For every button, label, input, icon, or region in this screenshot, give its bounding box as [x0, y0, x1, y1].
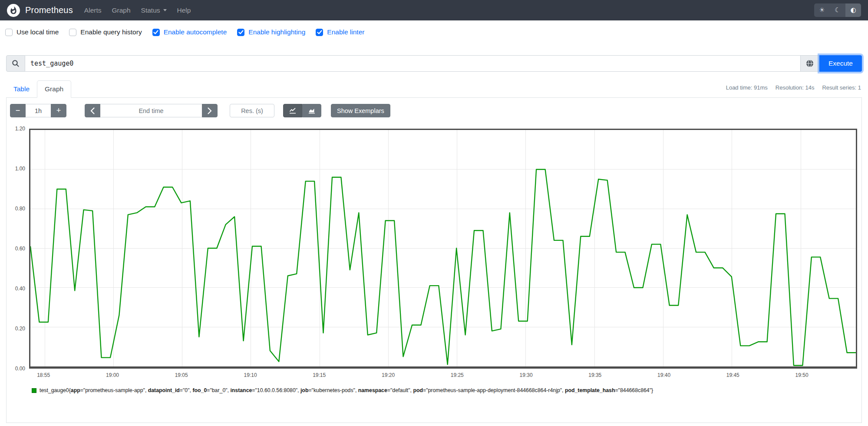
load-time-stat: Load time: 91ms	[726, 84, 768, 91]
nav-link-help[interactable]: Help	[172, 3, 196, 18]
range-increase-button[interactable]: +	[51, 104, 66, 117]
globe-icon	[805, 59, 814, 68]
graph-panel: − + Show Exemplars 0.000.200.400.600.801…	[6, 98, 862, 423]
y-axis-labels: 0.000.200.400.600.801.001.20	[10, 129, 29, 369]
execute-button[interactable]: Execute	[819, 55, 862, 72]
metrics-explorer-button[interactable]	[800, 55, 819, 72]
nav-link-status[interactable]: Status	[136, 3, 172, 18]
chart-line-icon	[289, 107, 296, 114]
checkbox-box	[69, 29, 76, 36]
chart-area-icon	[308, 107, 315, 114]
settings-bar: Use local time Enable query history Enab…	[0, 20, 868, 38]
plot-area[interactable]	[29, 129, 857, 369]
x-axis-labels: 18:5519:0019:0519:1019:1519:2019:2519:30…	[29, 369, 857, 380]
graph-area: 0.000.200.400.600.801.001.20 18:5519:001…	[10, 129, 857, 380]
legend-label: test_gauge0{app="prometheus-sample-app",…	[40, 387, 653, 395]
resolution-input[interactable]	[230, 104, 274, 117]
nav-link-alerts[interactable]: Alerts	[79, 3, 107, 18]
time-back-button[interactable]	[85, 104, 100, 117]
checkbox-box	[5, 29, 13, 36]
range-decrease-button[interactable]: −	[10, 104, 26, 117]
tab-graph[interactable]: Graph	[37, 80, 71, 98]
checkbox-enable-query-history[interactable]: Enable query history	[69, 28, 142, 36]
graph-canvas[interactable]	[30, 130, 856, 366]
graph-type-toggle-group	[283, 104, 321, 117]
checkbox-label: Enable query history	[80, 28, 142, 36]
checkbox-enable-autocomplete[interactable]: Enable autocomplete	[152, 28, 227, 36]
legend-item[interactable]: test_gauge0{app="prometheus-sample-app",…	[32, 387, 861, 395]
checkbox-box	[152, 29, 160, 36]
resolution-stat: Resolution: 14s	[776, 84, 815, 91]
caret-down-icon	[163, 9, 167, 11]
plot-column: 18:5519:0019:0519:1019:1519:2019:2519:30…	[29, 129, 857, 380]
sun-icon: ☀	[819, 7, 825, 13]
end-time-control-group	[85, 104, 218, 117]
checkbox-use-local-time[interactable]: Use local time	[5, 28, 59, 36]
end-time-input[interactable]	[100, 104, 202, 117]
query-input[interactable]	[25, 55, 800, 72]
legend-swatch	[32, 388, 36, 393]
tab-table[interactable]: Table	[6, 81, 37, 97]
tabs: Table Graph Load time: 91ms Resolution: …	[6, 80, 862, 98]
checkbox-enable-linter[interactable]: Enable linter	[316, 28, 364, 36]
checkbox-label: Enable autocomplete	[164, 28, 227, 36]
query-stats: Load time: 91ms Resolution: 14s Result s…	[726, 84, 861, 91]
time-forward-button[interactable]	[202, 104, 218, 117]
theme-auto-button[interactable]: ◐	[845, 3, 861, 17]
chevron-right-icon	[208, 107, 212, 114]
checkbox-label: Enable highlighting	[248, 28, 305, 36]
checkbox-enable-highlighting[interactable]: Enable highlighting	[237, 28, 305, 36]
stacked-graph-toggle[interactable]	[302, 104, 321, 117]
prometheus-logo-icon	[7, 4, 20, 17]
brand-title: Prometheus	[25, 5, 73, 15]
chevron-left-icon	[90, 107, 95, 114]
query-search-addon	[6, 55, 25, 72]
query-panel: Table Graph Load time: 91ms Resolution: …	[6, 80, 862, 423]
range-input[interactable]	[26, 104, 51, 117]
moon-icon: ☾	[835, 7, 840, 13]
theme-light-button[interactable]: ☀	[814, 3, 830, 17]
show-exemplars-button[interactable]: Show Exemplars	[331, 104, 390, 117]
checkbox-label: Enable linter	[327, 28, 364, 36]
checkbox-box	[237, 29, 244, 36]
theme-toggle-group: ☀ ☾ ◐	[814, 3, 861, 17]
home-link[interactable]: Prometheus	[7, 4, 73, 17]
nav-link-status-label: Status	[141, 7, 160, 14]
result-series-stat: Result series: 1	[822, 84, 861, 91]
range-control-group: − +	[10, 104, 66, 117]
query-bar: Execute	[6, 55, 862, 72]
checkbox-label: Use local time	[17, 28, 59, 36]
theme-dark-button[interactable]: ☾	[830, 3, 845, 17]
navbar: Prometheus Alerts Graph Status Help ☀ ☾ …	[0, 0, 868, 20]
contrast-auto-icon: ◐	[850, 7, 856, 13]
main-nav: Alerts Graph Status Help	[79, 3, 196, 18]
nav-link-graph[interactable]: Graph	[106, 3, 135, 18]
checkbox-box	[316, 29, 323, 36]
graph-controls: − + Show Exemplars	[7, 98, 861, 117]
search-icon	[12, 60, 20, 67]
legend: test_gauge0{app="prometheus-sample-app",…	[32, 387, 861, 395]
line-graph-toggle[interactable]	[283, 104, 302, 117]
